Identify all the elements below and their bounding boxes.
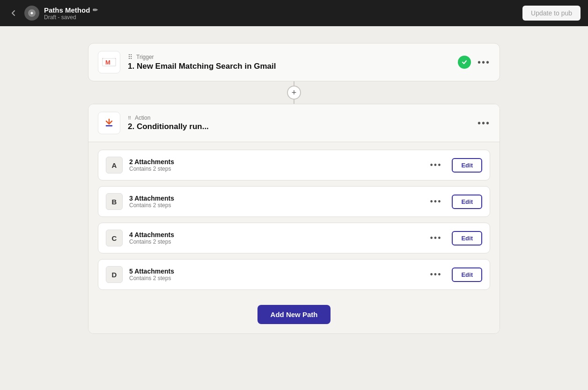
action-dots-icon: ⠿ <box>128 116 132 121</box>
trigger-more-button[interactable]: ••• <box>478 57 490 68</box>
action-card: ⠿ Action 2. Conditionally run... ••• A 2… <box>88 104 500 334</box>
path-more-button-a[interactable]: ••• <box>426 159 446 172</box>
nav-title-block: Paths Method ✏ Draft - saved <box>44 6 98 21</box>
workflow-canvas: M ⠿ Trigger 1. New Email Matching Search… <box>0 26 588 390</box>
path-row-b: B 3 Attachments Contains 2 steps ••• Edi… <box>98 186 490 217</box>
trigger-card: M ⠿ Trigger 1. New Email Matching Search… <box>88 43 500 81</box>
path-steps-c: Contains 2 steps <box>129 238 420 245</box>
logo-icon <box>24 6 39 21</box>
path-info-a: 2 Attachments Contains 2 steps <box>129 158 420 172</box>
path-letter-b: B <box>106 193 123 210</box>
paths-footer: Add New Path <box>88 297 500 333</box>
action-header: ⠿ Action 2. Conditionally run... ••• <box>88 104 500 142</box>
action-label-row: ⠿ Action <box>128 115 470 121</box>
path-edit-button-c[interactable]: Edit <box>452 231 482 246</box>
trigger-label-text: Trigger <box>136 54 154 60</box>
path-letter-c: C <box>106 230 123 246</box>
path-name-c: 4 Attachments <box>129 231 420 238</box>
path-edit-button-d[interactable]: Edit <box>452 267 482 282</box>
topnav-left: Paths Method ✏ Draft - saved <box>7 6 98 21</box>
path-more-button-d[interactable]: ••• <box>426 268 446 282</box>
action-icon <box>98 112 120 134</box>
path-row-d: D 5 Attachments Contains 2 steps ••• Edi… <box>98 259 490 290</box>
back-button[interactable] <box>7 7 20 19</box>
nav-subtitle: Draft - saved <box>44 14 98 21</box>
path-info-b: 3 Attachments Contains 2 steps <box>129 195 420 209</box>
edit-title-icon[interactable]: ✏ <box>93 7 98 14</box>
action-label-text: Action <box>135 115 150 121</box>
gmail-icon: M <box>98 51 120 73</box>
trigger-status-badge <box>458 56 471 69</box>
path-steps-a: Contains 2 steps <box>129 166 420 172</box>
trigger-info: ⠿ Trigger 1. New Email Matching Search i… <box>128 53 450 71</box>
add-new-path-button[interactable]: Add New Path <box>257 305 331 324</box>
path-more-button-b[interactable]: ••• <box>426 195 446 209</box>
trigger-title: 1. New Email Matching Search in Gmail <box>128 62 450 71</box>
path-row-a: A 2 Attachments Contains 2 steps ••• Edi… <box>98 150 490 181</box>
nav-title-text: Paths Method <box>44 6 90 14</box>
action-more-button[interactable]: ••• <box>478 118 490 129</box>
path-name-a: 2 Attachments <box>129 158 420 166</box>
topnav: Paths Method ✏ Draft - saved Update to p… <box>0 0 588 26</box>
path-more-button-c[interactable]: ••• <box>426 231 446 245</box>
trigger-dots-icon: ⠿ <box>128 53 133 61</box>
update-publish-button[interactable]: Update to pub <box>522 6 581 21</box>
path-steps-d: Contains 2 steps <box>129 275 420 282</box>
path-name-b: 3 Attachments <box>129 195 420 202</box>
path-info-c: 4 Attachments Contains 2 steps <box>129 231 420 245</box>
path-edit-button-a[interactable]: Edit <box>452 158 482 173</box>
path-name-d: 5 Attachments <box>129 267 420 275</box>
action-info: ⠿ Action 2. Conditionally run... <box>128 115 470 131</box>
trigger-to-action-connector: + <box>294 81 294 104</box>
path-info-d: 5 Attachments Contains 2 steps <box>129 267 420 282</box>
action-title: 2. Conditionally run... <box>128 122 470 131</box>
trigger-label: ⠿ Trigger <box>128 53 450 61</box>
paths-body: A 2 Attachments Contains 2 steps ••• Edi… <box>88 142 500 297</box>
path-letter-d: D <box>106 266 123 283</box>
path-row-c: C 4 Attachments Contains 2 steps ••• Edi… <box>98 223 490 253</box>
topnav-right: Update to pub <box>522 6 581 21</box>
svg-text:M: M <box>105 59 110 66</box>
path-steps-b: Contains 2 steps <box>129 202 420 209</box>
add-step-button[interactable]: + <box>287 86 301 100</box>
path-letter-a: A <box>106 157 123 173</box>
nav-title: Paths Method ✏ <box>44 6 98 14</box>
trigger-actions: ••• <box>458 56 490 69</box>
path-edit-button-b[interactable]: Edit <box>452 195 482 209</box>
